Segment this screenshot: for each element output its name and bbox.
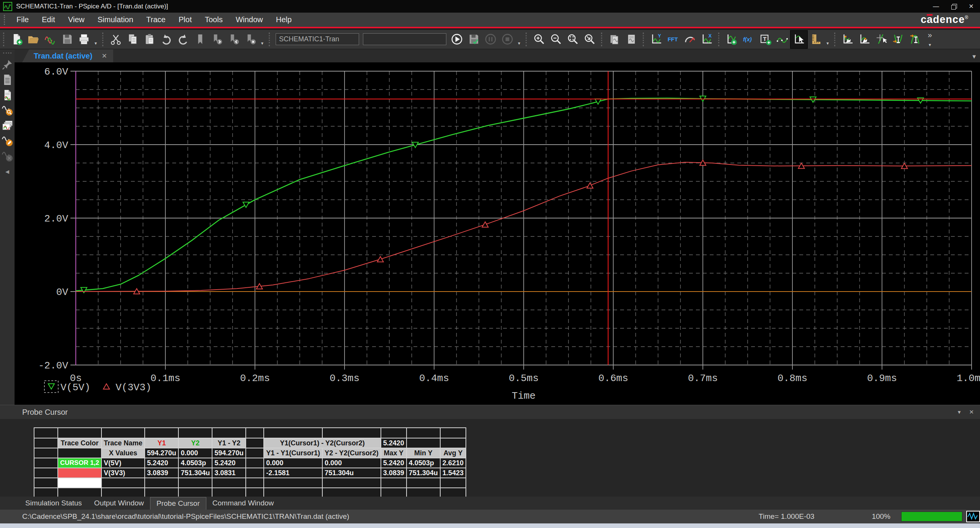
svg-text:FFT: FFT [667, 36, 678, 42]
progress-bar [901, 512, 962, 521]
export-page-icon[interactable] [623, 31, 640, 48]
cursor-peak-icon[interactable] [839, 31, 856, 48]
cursor-table-cell-r2c10: Min Y [407, 448, 440, 458]
cursor-table-cell-r4c11: 1.5423 [440, 468, 466, 478]
menu-item-simulation[interactable]: Simulation [91, 13, 140, 27]
log-y-axis-icon[interactable]: Y [648, 31, 665, 48]
svg-text:2.0V: 2.0V [44, 213, 69, 225]
simulation-settings-icon[interactable] [0, 148, 14, 164]
zoom-out-icon[interactable] [547, 31, 564, 48]
cursor-min-icon[interactable] [890, 31, 906, 48]
run-simulation-icon[interactable] [448, 31, 465, 48]
cursor-table-cell-r4c3: 3.0839 [145, 468, 178, 478]
toggle-cursor-icon[interactable] [791, 31, 807, 48]
bookmark-prev-icon[interactable] [225, 31, 242, 48]
dock-tab-probe-cursor[interactable]: Probe Cursor [150, 497, 206, 510]
bookmark-next-icon[interactable] [208, 31, 225, 48]
zoom-fit-icon[interactable] [564, 31, 581, 48]
close-button[interactable]: ✕ [962, 0, 980, 13]
dock-tab-simulation-status[interactable]: Simulation Status [19, 497, 88, 509]
profile-combo[interactable]: SCHEMATIC1-Tran [276, 33, 359, 45]
collapse-arrow-icon[interactable]: ◀ [0, 164, 14, 179]
redo-icon[interactable] [175, 31, 191, 48]
open-waveform-icon[interactable] [42, 31, 59, 48]
cursor-table-cell-r5c9 [381, 478, 407, 488]
simulation-results-doc-icon[interactable] [0, 87, 14, 103]
toolbar-grip [526, 33, 528, 46]
cursor-table-cell-r3c10: 4.0503p [407, 458, 440, 468]
zoom-in-icon[interactable] [531, 31, 547, 48]
dock-tab-output-window[interactable]: Output Window [88, 497, 150, 509]
dropdown-arrow[interactable]: ▾ [516, 31, 523, 48]
save-results-icon[interactable] [465, 31, 482, 48]
panel-close-icon[interactable]: ✕ [969, 409, 974, 416]
menu-item-view[interactable]: View [62, 13, 91, 27]
menu-item-window[interactable]: Window [229, 13, 270, 27]
svg-text:1.0ms: 1.0ms [957, 373, 980, 384]
measurement-ruler-icon[interactable] [807, 31, 824, 48]
save-icon[interactable] [59, 31, 75, 48]
mark-data-points-icon[interactable] [774, 31, 791, 48]
cursor-trough-icon[interactable] [856, 31, 873, 48]
zoom-area-icon[interactable] [581, 31, 598, 48]
cursor-table-cell-r4c6 [246, 468, 264, 478]
log-x-axis-icon[interactable]: X [698, 31, 715, 48]
menu-item-edit[interactable]: Edit [35, 13, 61, 27]
menu-item-plot[interactable]: Plot [172, 13, 198, 27]
pin-icon[interactable] [0, 57, 14, 72]
view-simulation-results-icon[interactable] [0, 103, 14, 118]
performance-analysis-icon[interactable] [681, 31, 698, 48]
cursor-table-cell-r3c9: 5.2420 [381, 458, 407, 468]
tab-list-dropdown-icon[interactable]: ▼ [971, 53, 977, 60]
cut-icon[interactable] [107, 31, 124, 48]
bookmark-clear-icon[interactable] [242, 31, 259, 48]
stop-simulation-icon[interactable] [499, 31, 516, 48]
restore-button[interactable] [945, 0, 962, 13]
undo-icon[interactable] [158, 31, 175, 48]
toolbar-grip [102, 33, 105, 46]
menu-item-trace[interactable]: Trace [140, 13, 172, 27]
dropdown-arrow[interactable]: ▾ [824, 31, 831, 48]
tab-tran-dat[interactable]: Tran.dat (active) ✕ [22, 49, 113, 62]
view-all-windows-icon[interactable] [0, 118, 14, 133]
overflow-chevron[interactable]: »▾ [923, 31, 936, 48]
menu-item-help[interactable]: Help [270, 13, 298, 27]
open-file-icon[interactable] [25, 31, 42, 48]
cursor-table-cell-r4c0 [34, 468, 58, 478]
toolbar-grip [269, 33, 271, 46]
cursor-table-cell-r3c1: CURSOR 1,2 [58, 458, 101, 468]
cursor-table-cell-r3c2: V(5V) [101, 458, 145, 468]
cursor-table-cell-r5c6 [246, 478, 264, 488]
cursor-max-icon[interactable] [906, 31, 923, 48]
copy-to-clipboard-icon[interactable] [606, 31, 623, 48]
simulation-profile-doc-icon[interactable] [0, 72, 14, 87]
cursor-table-cell-r3c5: 5.2420 [212, 458, 246, 468]
panel-collapse-icon[interactable]: ▾ [958, 409, 961, 416]
edit-simulation-profile-icon[interactable] [0, 133, 14, 148]
minimize-button[interactable]: — [927, 0, 945, 13]
paste-icon[interactable] [141, 31, 158, 48]
run-combo[interactable] [363, 33, 446, 45]
plot-legend[interactable]: V(5V) V(3V3) [44, 381, 152, 393]
new-file-icon[interactable] [8, 31, 25, 48]
app-icon [3, 2, 12, 11]
dropdown-arrow[interactable]: ▾ [259, 31, 266, 48]
cursor-table-cell-r1c0 [34, 438, 58, 448]
print-icon[interactable] [75, 31, 92, 48]
restore-icon [951, 4, 956, 9]
cursor-table-cell-r0c9 [381, 428, 407, 438]
text-label-icon[interactable]: T [757, 31, 774, 48]
menu-item-file[interactable]: File [10, 13, 35, 27]
menu-item-tools[interactable]: Tools [198, 13, 229, 27]
tab-close-icon[interactable]: ✕ [101, 52, 107, 60]
cursor-slope-icon[interactable] [873, 31, 890, 48]
bookmark-icon[interactable] [191, 31, 208, 48]
add-y-axis-icon[interactable] [723, 31, 740, 48]
svg-text:0.6ms: 0.6ms [598, 373, 628, 384]
fft-icon[interactable]: FFT [665, 31, 681, 48]
copy-icon[interactable] [124, 31, 141, 48]
pause-simulation-icon[interactable] [482, 31, 499, 48]
dock-tab-command-window[interactable]: Command Window [206, 497, 280, 509]
eval-function-icon[interactable]: f(x) [740, 31, 757, 48]
dropdown-arrow[interactable]: ▾ [92, 31, 99, 48]
